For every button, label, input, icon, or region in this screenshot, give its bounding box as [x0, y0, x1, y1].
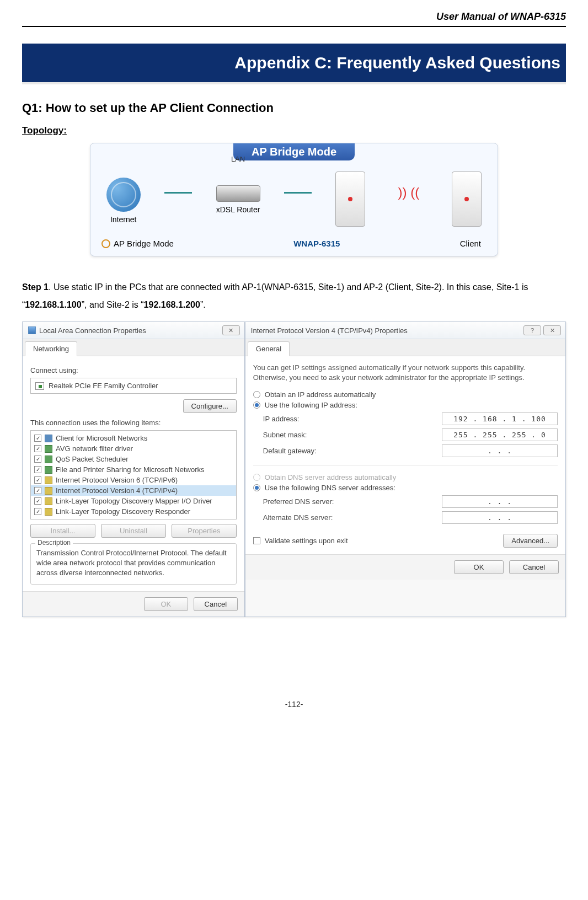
step1-ip2: 192.168.1.200 [144, 300, 200, 309]
configure-button[interactable]: Configure... [183, 399, 237, 413]
step1-ip1: 192.168.1.100 [25, 300, 81, 309]
checkbox-icon[interactable]: ✓ [34, 466, 41, 473]
validate-row: Validate settings upon exit Advanced... [253, 534, 558, 548]
item-label: QoS Packet Scheduler [56, 455, 129, 463]
topo-line-2 [284, 192, 312, 194]
ok-button[interactable]: OK [454, 560, 504, 574]
dialog-body: Connect using: Realtek PCIe FE Family Co… [23, 356, 244, 591]
description-text: Transmission Control Protocol/Internet P… [36, 548, 231, 578]
list-item-selected[interactable]: ✓Internet Protocol Version 4 (TCP/IPv4) [31, 485, 236, 496]
mode-indicator: AP Bridge Mode [101, 239, 174, 248]
page-header: User Manual of WNAP-6315 [22, 11, 566, 27]
router-icon [216, 185, 260, 202]
close-button[interactable]: ✕ [222, 325, 240, 335]
adapter-icon [35, 382, 44, 390]
tab-row: General [245, 339, 565, 356]
radio-icon[interactable] [253, 391, 260, 398]
step1-lead: Step 1 [22, 282, 49, 292]
ok-button[interactable]: OK [144, 597, 188, 611]
checkbox-icon[interactable] [253, 537, 260, 544]
lan-label: LAN [216, 155, 260, 163]
dialog-titlebar: Local Area Connection Properties ✕ [23, 322, 244, 339]
validate-checkbox-row[interactable]: Validate settings upon exit [253, 537, 348, 545]
ip-address-input[interactable]: 192 . 168 . 1 . 100 [442, 413, 558, 425]
mode-label: AP Bridge Mode [114, 239, 174, 248]
connect-using-label: Connect using: [30, 366, 237, 374]
topo-line [164, 192, 192, 194]
dialog-button-bar: OK Cancel [245, 554, 565, 580]
tab-networking[interactable]: Networking [25, 341, 77, 356]
radio-use-dns[interactable]: Use the following DNS server addresses: [253, 484, 558, 492]
list-item[interactable]: ✓Link-Layer Topology Discovery Responder [31, 506, 236, 517]
adapter-selector[interactable]: Realtek PCIe FE Family Controller [30, 378, 237, 394]
protocol-icon [45, 456, 52, 463]
uninstall-button[interactable]: Uninstall [101, 524, 166, 538]
page-number: -112- [22, 700, 566, 709]
radio-use-ip[interactable]: Use the following IP address: [253, 401, 558, 409]
protocol-icon [45, 508, 52, 516]
device-model-label: WNAP-6315 [293, 239, 340, 248]
question-title: Q1: How to set up the AP Client Connecti… [22, 101, 566, 115]
client-device-icon [452, 172, 482, 227]
dialog-button-bar: OK Cancel [23, 591, 244, 617]
list-item[interactable]: ✓AVG network filter driver [31, 443, 236, 454]
checkbox-icon[interactable]: ✓ [34, 476, 41, 484]
list-item[interactable]: ✓Internet Protocol Version 6 (TCP/IPv6) [31, 475, 236, 485]
connection-items-list[interactable]: ✓Client for Microsoft Networks ✓AVG netw… [30, 430, 237, 519]
topo-internet: Internet [106, 178, 141, 224]
properties-button[interactable]: Properties [172, 524, 237, 538]
ip-radio-group: Obtain an IP address automatically Use t… [253, 390, 558, 457]
checkbox-icon[interactable]: ✓ [34, 435, 41, 442]
client-label: Client [460, 239, 481, 248]
list-item[interactable]: ✓Client for Microsoft Networks [31, 433, 236, 443]
advanced-button[interactable]: Advanced... [503, 534, 558, 548]
cancel-button[interactable]: Cancel [194, 597, 238, 611]
checkbox-icon[interactable]: ✓ [34, 445, 41, 452]
install-button[interactable]: Install... [30, 524, 95, 538]
help-button[interactable]: ? [523, 325, 541, 335]
item-label: Link-Layer Topology Discovery Responder [56, 507, 190, 516]
default-gateway-input[interactable]: . . . [442, 444, 558, 457]
tab-general[interactable]: General [248, 341, 290, 356]
dialogs-row: Local Area Connection Properties ✕ Netwo… [22, 322, 566, 617]
radio-auto-dns[interactable]: Obtain DNS server address automatically [253, 473, 558, 481]
preferred-dns-label: Preferred DNS server: [263, 497, 334, 506]
topology-box: AP Bridge Mode Internet LAN xDSL Router … [90, 143, 498, 256]
checkbox-icon[interactable]: ✓ [34, 456, 41, 463]
close-button[interactable]: ✕ [543, 325, 561, 335]
alternate-dns-input[interactable]: . . . [442, 511, 558, 524]
dialog-title: Internet Protocol Version 4 (TCP/IPv4) P… [251, 326, 408, 335]
checkbox-icon[interactable]: ✓ [34, 487, 41, 494]
manual-title: User Manual of WNAP-6315 [436, 11, 566, 22]
radio-icon-disabled [253, 474, 260, 481]
default-gateway-label: Default gateway: [263, 447, 317, 455]
radio-icon-selected[interactable] [253, 484, 260, 491]
checkbox-icon[interactable]: ✓ [34, 508, 41, 515]
subnet-mask-input[interactable]: 255 . 255 . 255 . 0 [442, 428, 558, 441]
topology-figure: AP Bridge Mode Internet LAN xDSL Router … [22, 143, 566, 256]
step1-paragraph: Step 1. Use static IP in the PCs that ar… [22, 278, 566, 314]
topo-device [335, 172, 365, 230]
radio-auto-ip[interactable]: Obtain an IP address automatically [253, 390, 558, 399]
protocol-icon [45, 445, 52, 453]
step1-b: ”, and Site-2 is “ [82, 300, 144, 309]
dialog-titlebar: Internet Protocol Version 4 (TCP/IPv4) P… [245, 322, 565, 339]
appendix-title-banner: Appendix C: Frequently Asked Questions [22, 44, 566, 84]
item-label: Link-Layer Topology Discovery Mapper I/O… [56, 497, 212, 505]
validate-label: Validate settings upon exit [265, 537, 348, 545]
info-paragraph: You can get IP settings assigned automat… [253, 363, 558, 383]
radio-icon-selected[interactable] [253, 401, 260, 409]
appendix-title: Appendix C: Frequently Asked Questions [234, 53, 560, 72]
item-label: AVG network filter driver [56, 444, 133, 453]
cancel-button[interactable]: Cancel [509, 560, 559, 574]
step1-c: ”. [200, 300, 206, 309]
dialog-ipv4-properties: Internet Protocol Version 4 (TCP/IPv4) P… [245, 322, 566, 617]
led-icon [464, 197, 469, 201]
list-item[interactable]: ✓Link-Layer Topology Discovery Mapper I/… [31, 496, 236, 506]
checkbox-icon[interactable]: ✓ [34, 497, 41, 505]
radio-label: Use the following DNS server addresses: [265, 484, 395, 492]
list-item[interactable]: ✓File and Printer Sharing for Microsoft … [31, 464, 236, 475]
preferred-dns-input[interactable]: . . . [442, 495, 558, 508]
dns-fields: Preferred DNS server: . . . Alternate DN… [263, 495, 558, 524]
list-item[interactable]: ✓QoS Packet Scheduler [31, 454, 236, 464]
